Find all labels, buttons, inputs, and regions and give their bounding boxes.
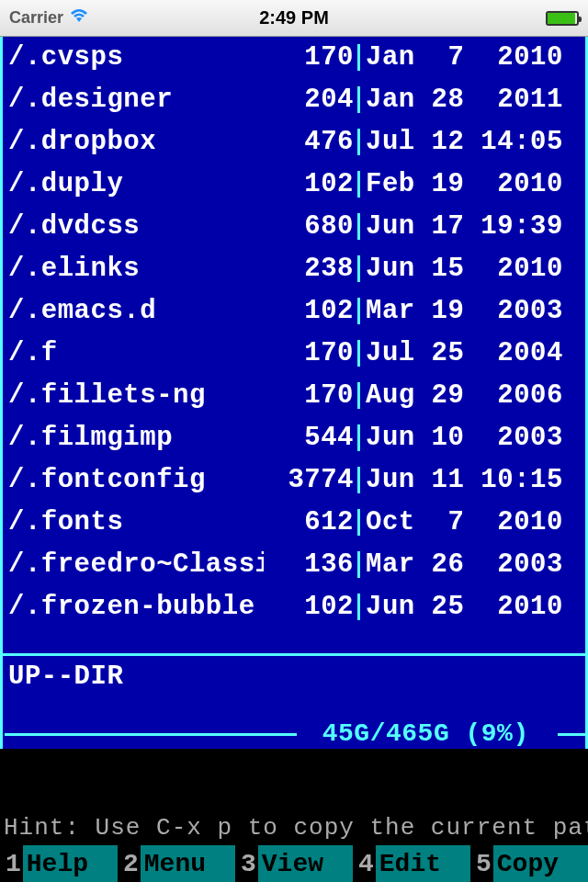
file-size: 136 [264,551,360,578]
file-size: 102 [264,594,360,620]
terminal[interactable]: Hint: Use C-x p to copy the current path… [0,749,588,845]
file-row[interactable]: /.filmgimp544Jun 10 2003 [5,424,583,467]
file-size: 170 [264,44,360,71]
file-name: /.fillets-ng [5,382,264,409]
file-size: 476 [264,129,360,155]
file-row[interactable]: /.dropbox476Jul 12 14:05 [5,129,583,171]
file-size: 204 [264,86,360,113]
file-date: Jul 12 14:05 [360,129,571,155]
file-name: /.duply [5,171,264,198]
file-name: /.filmgimp [5,424,264,451]
fkey-menu[interactable]: 2Menu [118,845,235,882]
file-row[interactable]: /.elinks238Jun 15 2010 [5,255,583,298]
fkey-number: 1 [0,850,23,878]
clock-time: 2:49 PM [259,7,329,28]
file-date: Aug 29 2006 [360,382,571,409]
battery-icon [546,11,579,26]
file-size: 680 [264,213,360,240]
file-name: /.frozen-bubble [5,594,264,620]
file-size: 102 [264,298,360,324]
file-row[interactable]: /.fontconfig3774Jun 11 10:15 [5,467,583,509]
file-date: Jun 17 19:39 [360,213,571,240]
file-date: Jan 7 2010 [360,44,571,71]
file-row[interactable]: /.fillets-ng170Aug 29 2006 [5,382,583,424]
carrier-label: Carrier [9,8,63,28]
file-row[interactable]: /.cvsps170Jan 7 2010 [5,44,583,86]
ios-status-bar: Carrier 2:49 PM [0,0,588,37]
file-row[interactable]: /.designer204Jan 28 2011 [5,86,583,129]
file-list[interactable]: /.cvsps170Jan 7 2010/.designer204Jan 28 … [3,37,585,636]
mc-file-panel[interactable]: /.cvsps170Jan 7 2010/.designer204Jan 28 … [0,37,588,749]
fkey-view[interactable]: 3View [235,845,353,882]
fkey-number: 3 [235,850,258,878]
file-name: /.f [5,340,264,367]
file-row[interactable]: /.dvdcss680Jun 17 19:39 [5,213,583,255]
file-name: /.dropbox [5,129,264,155]
file-row[interactable]: /.f170Jul 25 2004 [5,340,583,382]
file-name: /.fontconfig [5,467,264,493]
fkey-label: Edit [376,845,470,882]
file-name: /.elinks [5,255,264,282]
updir-label: UP--DIR [8,663,580,690]
fkey-label: Copy [493,845,588,882]
file-size: 102 [264,171,360,198]
hint-text: Hint: Use C-x p to copy the current path [4,813,584,844]
file-size: 238 [264,255,360,282]
file-date: Jul 25 2004 [360,340,571,367]
fkey-help[interactable]: 1Help [0,845,118,882]
file-size: 170 [264,382,360,409]
file-name: /.freedro~Classic [5,551,264,578]
fkey-label: Menu [141,845,235,882]
file-date: Jun 15 2010 [360,255,571,282]
file-date: Jan 28 2011 [360,86,571,113]
file-size: 612 [264,509,360,536]
file-row[interactable]: /.frozen-bubble102Jun 25 2010 [5,594,583,636]
fkey-number: 4 [353,850,376,878]
function-key-bar: 1Help2Menu3View4Edit5Copy [0,845,588,882]
file-date: Jun 25 2010 [360,594,571,620]
file-name: /.fonts [5,509,264,536]
wifi-icon [69,7,89,28]
file-name: /.designer [5,86,264,113]
file-row[interactable]: /.fonts612Oct 7 2010 [5,509,583,551]
file-size: 170 [264,340,360,367]
fkey-copy[interactable]: 5Copy [470,845,588,882]
file-date: Feb 19 2010 [360,171,571,198]
file-date: Mar 26 2003 [360,551,571,578]
file-date: Jun 11 10:15 [360,467,571,493]
file-size: 544 [264,424,360,451]
fkey-label: Help [23,845,118,882]
fkey-number: 2 [118,850,141,878]
fkey-number: 5 [470,850,493,878]
file-row[interactable]: /.emacs.d102Mar 19 2003 [5,298,583,340]
file-row[interactable]: /.freedro~Classic136Mar 26 2003 [5,551,583,594]
file-date: Mar 19 2003 [360,298,571,324]
file-row[interactable]: /.duply102Feb 19 2010 [5,171,583,213]
file-date: Jun 10 2003 [360,424,571,451]
file-name: /.dvdcss [5,213,264,240]
file-name: /.cvsps [5,44,264,71]
file-name: /.emacs.d [5,298,264,324]
file-date: Oct 7 2010 [360,509,571,536]
panel-footer: UP--DIR 45G/465G (9%) [3,653,585,749]
fkey-label: View [258,845,353,882]
file-size: 3774 [264,467,360,493]
fkey-edit[interactable]: 4Edit [353,845,470,882]
disk-usage: 45G/465G (9%) [299,721,552,747]
